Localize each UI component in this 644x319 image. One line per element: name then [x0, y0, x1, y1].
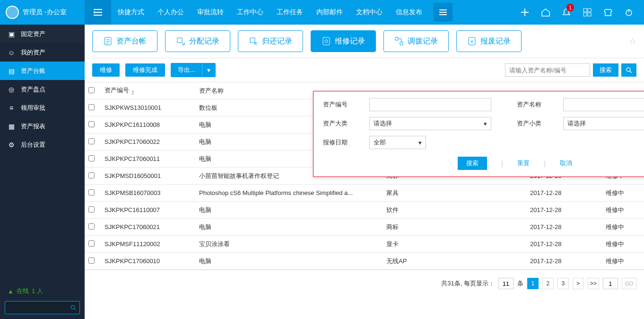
goto-page-input[interactable]	[603, 278, 618, 289]
sort-icon: ▲▼	[131, 90, 135, 96]
theme-icon[interactable]	[598, 0, 618, 25]
sidebar-item-fixed-asset[interactable]: ▣固定资产	[0, 25, 85, 43]
power-icon[interactable]	[618, 0, 639, 25]
row-checkbox[interactable]	[88, 138, 95, 144]
sidebar-item-ledger[interactable]: ▤资产台账	[0, 62, 85, 80]
filter-code-input[interactable]	[369, 98, 491, 111]
page-next[interactable]: >	[573, 278, 584, 289]
col-asset-code[interactable]: 资产编号▲▼	[101, 82, 195, 99]
menu-tasks[interactable]: 工作任务	[270, 0, 310, 25]
menu-approval[interactable]: 审批流转	[191, 0, 230, 25]
folder-icon: ▣	[8, 30, 15, 38]
svg-rect-1	[588, 9, 591, 12]
sidebar-item-settings[interactable]: ⚙后台设置	[0, 135, 85, 154]
search-input[interactable]	[505, 63, 590, 77]
cell-date: 2017-12-28	[526, 219, 602, 236]
repair-done-button[interactable]: 维修完成	[125, 63, 165, 77]
tabs-row: 资产台帐 分配记录 归还记录 维修记录 调拨记录 报废记录 ☆	[85, 25, 644, 58]
menu-workcenter[interactable]: 工作中心	[230, 0, 270, 25]
page-last[interactable]: >>	[588, 278, 599, 289]
filter-subcat-label: 资产小类	[517, 119, 563, 128]
cell-code: SJKPKWS13010001	[101, 99, 195, 116]
cell-code: SJKPMSF11120002	[101, 236, 195, 253]
row-checkbox[interactable]	[88, 121, 95, 127]
apps-icon[interactable]	[577, 0, 598, 25]
filter-subcat-select[interactable]: 请选择▾	[563, 117, 644, 130]
table-row[interactable]: SJKPKPC17060021电脑商标2017-12-28维修中	[85, 219, 644, 236]
row-checkbox[interactable]	[88, 223, 95, 230]
popup-cancel-button[interactable]: 取消	[560, 159, 572, 168]
clipboard-icon	[103, 36, 113, 46]
cell-status: 维修中	[602, 236, 644, 253]
sidebar-item-report[interactable]: ▦资产报表	[0, 117, 85, 135]
user-block[interactable]: 管理员 -办公室	[0, 6, 85, 19]
repair-button[interactable]: 维修	[92, 63, 120, 77]
tab-return[interactable]: 归还记录	[238, 30, 303, 52]
search-button[interactable]: 搜索	[593, 63, 618, 77]
cell-code: SJKPMSD16050001	[101, 168, 195, 185]
menu-publish[interactable]: 信息发布	[389, 0, 429, 25]
tab-transfer[interactable]: 调拨记录	[383, 30, 449, 52]
page-2[interactable]: 2	[542, 278, 554, 289]
export-button[interactable]: 导出... ▾	[171, 63, 216, 77]
cell-name: 电脑	[195, 202, 383, 219]
row-checkbox[interactable]	[88, 189, 95, 195]
popup-search-button[interactable]: 搜索	[458, 157, 487, 170]
row-checkbox[interactable]	[88, 155, 95, 161]
select-all-checkbox[interactable]	[88, 87, 95, 93]
table-row[interactable]: SJKPMSF11120002宝贝涂涂看显卡2017-12-28维修中	[85, 236, 644, 253]
cell-date: 2017-12-28	[526, 236, 602, 253]
go-button[interactable]: GO	[622, 278, 636, 289]
search-icon	[70, 304, 77, 311]
sidebar-footer: ▲在线1 人	[0, 280, 85, 319]
home-icon[interactable]	[535, 0, 556, 25]
svg-rect-13	[469, 37, 475, 45]
row-checkbox[interactable]	[88, 240, 95, 247]
sidebar-item-my-asset[interactable]: ☺我的资产	[0, 43, 85, 62]
plus-icon[interactable]	[514, 0, 535, 25]
page-3[interactable]: 3	[557, 278, 569, 289]
toolbar: 维修 维修完成 导出... ▾ 搜索	[85, 58, 644, 82]
svg-rect-2	[583, 13, 587, 16]
tab-ledger[interactable]: 资产台帐	[92, 30, 157, 52]
row-checkbox[interactable]	[88, 206, 95, 213]
cell-cat: 软件	[383, 202, 526, 219]
row-checkbox[interactable]	[88, 104, 95, 110]
popup-reset-button[interactable]: 重置	[517, 159, 530, 168]
sidebar-item-approval[interactable]: ≡领用审批	[0, 98, 85, 117]
cell-code: SJKPKPC17060010	[101, 253, 195, 270]
cell-code: SJKPKPC17060011	[101, 151, 195, 168]
cell-name: 电脑	[195, 219, 383, 236]
chevron-down-icon: ▾	[484, 120, 487, 127]
bell-icon[interactable]: 1	[556, 0, 577, 25]
cell-code: SJKPKPC16110007	[101, 202, 195, 219]
chevron-down-icon: ▾	[202, 63, 215, 77]
sidebar-search-input[interactable]	[5, 301, 80, 314]
table-row[interactable]: SJKPMSB16070003Photoshop cS6 Multiple Pl…	[85, 185, 644, 202]
menu-docs[interactable]: 文档中心	[349, 0, 389, 25]
filter-cat-select[interactable]: 请选择▾	[369, 117, 491, 130]
sidebar-item-inventory[interactable]: ◎资产盘点	[0, 80, 85, 98]
filter-date-select[interactable]: 全部▾	[369, 136, 426, 149]
cell-code: SJKPKPC16110008	[101, 116, 195, 133]
tab-repair[interactable]: 维修记录	[311, 30, 376, 52]
filter-name-input[interactable]	[563, 98, 644, 111]
menu-shortcut[interactable]: 快捷方式	[111, 0, 151, 25]
page-1[interactable]: 1	[527, 278, 539, 289]
transfer-icon	[394, 36, 404, 46]
menu-more-icon[interactable]	[434, 3, 453, 22]
menu-personal[interactable]: 个人办公	[151, 0, 191, 25]
tab-scrap[interactable]: 报废记录	[456, 30, 522, 52]
top-menu: 快捷方式 个人办公 审批流转 工作中心 工作任务 内部邮件 文档中心 信息发布	[111, 0, 453, 25]
menu-toggle-icon[interactable]	[85, 0, 111, 25]
favorite-icon[interactable]: ☆	[629, 36, 636, 46]
table-row[interactable]: SJKPKPC16110007电脑软件2017-12-28维修中	[85, 202, 644, 219]
per-page-input[interactable]	[498, 278, 513, 289]
tab-assign[interactable]: 分配记录	[165, 30, 230, 52]
row-checkbox[interactable]	[88, 172, 95, 178]
advanced-search-toggle[interactable]	[621, 63, 636, 77]
row-checkbox[interactable]	[88, 257, 95, 264]
top-bar: 管理员 -办公室 快捷方式 个人办公 审批流转 工作中心 工作任务 内部邮件 文…	[0, 0, 644, 25]
table-row[interactable]: SJKPKPC17060010电脑无线AP2017-12-28维修中	[85, 253, 644, 270]
menu-mail[interactable]: 内部邮件	[310, 0, 349, 25]
